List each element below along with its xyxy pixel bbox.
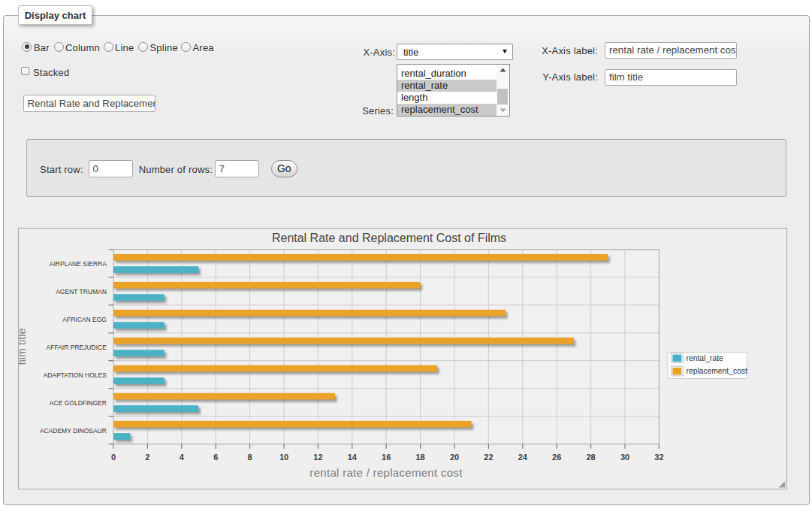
svg-text:rental_rate: rental_rate	[687, 354, 724, 362]
svg-text:Rental Rate and Replacement Co: Rental Rate and Replacement Cost of Film…	[272, 232, 506, 244]
svg-text:0: 0	[111, 453, 116, 462]
svg-text:AFFAIR PREJUDICE: AFFAIR PREJUDICE	[47, 344, 107, 351]
svg-text:14: 14	[348, 453, 358, 462]
svg-text:ADAPTATION HOLES: ADAPTATION HOLES	[44, 371, 107, 379]
svg-text:10: 10	[279, 453, 288, 462]
svg-text:30: 30	[620, 453, 629, 462]
svg-text:32: 32	[654, 453, 663, 462]
svg-text:AGENT TRUMAN: AGENT TRUMAN	[56, 288, 107, 295]
svg-text:8: 8	[248, 453, 252, 462]
svg-text:26: 26	[552, 453, 561, 462]
svg-text:AIRPLANE SIERRA: AIRPLANE SIERRA	[50, 260, 107, 268]
svg-text:ACE GOLDFINGER: ACE GOLDFINGER	[50, 399, 107, 407]
svg-text:18: 18	[415, 453, 424, 462]
svg-text:16: 16	[382, 453, 391, 462]
svg-text:12: 12	[313, 453, 322, 462]
svg-text:4: 4	[180, 453, 185, 462]
svg-text:22: 22	[484, 453, 493, 462]
svg-text:replacement_cost: replacement_cost	[687, 367, 747, 375]
svg-text:ACADEMY DINOSAUR: ACADEMY DINOSAUR	[40, 427, 107, 435]
svg-text:28: 28	[586, 453, 595, 462]
svg-text:AFRICAN EGG: AFRICAN EGG	[62, 316, 107, 323]
svg-text:2: 2	[145, 453, 149, 462]
svg-text:20: 20	[450, 453, 459, 462]
svg-text:film title: film title	[19, 328, 28, 365]
svg-text:6: 6	[213, 453, 218, 462]
svg-text:rental rate / replacement cost: rental rate / replacement cost	[309, 466, 463, 479]
svg-text:24: 24	[518, 453, 528, 462]
